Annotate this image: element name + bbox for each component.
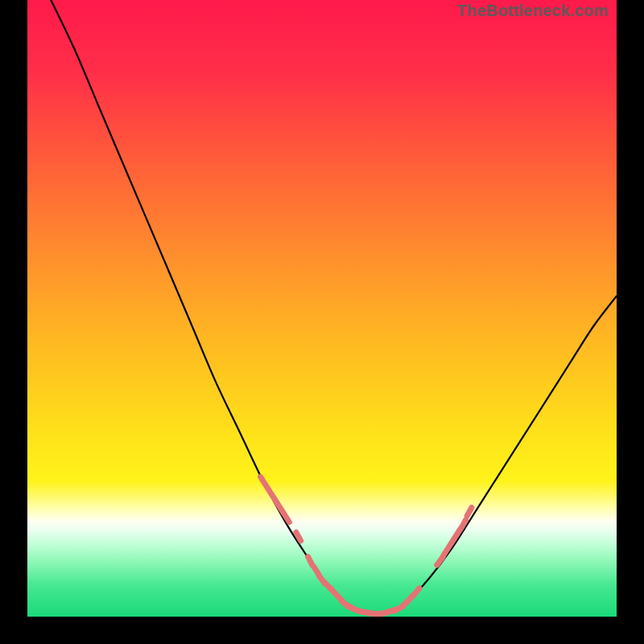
plot-area: TheBottleneck.com bbox=[27, 0, 617, 617]
highlight-markers bbox=[261, 477, 472, 613]
marker-dash bbox=[467, 508, 472, 517]
chart-svg bbox=[27, 0, 617, 617]
marker-dash bbox=[314, 567, 319, 575]
marker-dash bbox=[413, 588, 419, 596]
bottleneck-curve bbox=[51, 0, 617, 614]
marker-dash bbox=[308, 557, 313, 566]
